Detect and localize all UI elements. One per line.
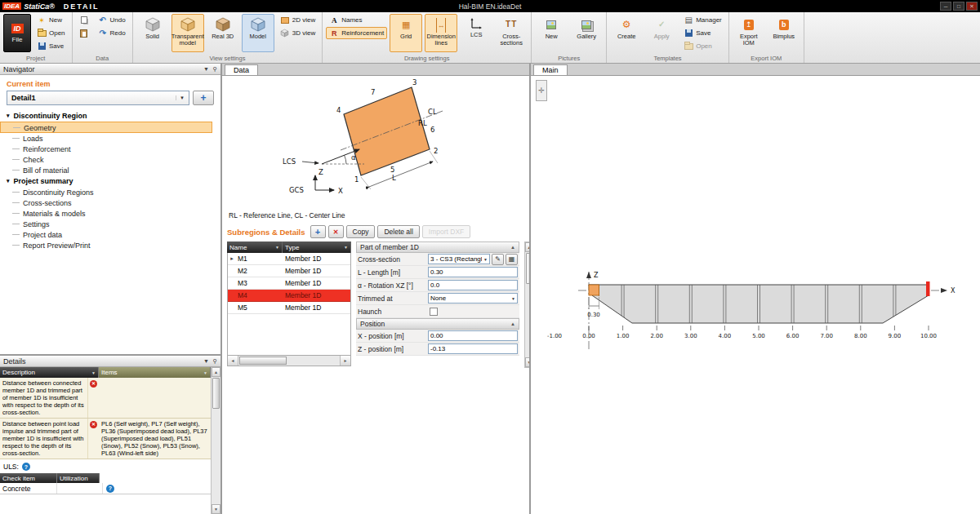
pin-icon[interactable]: ⚲: [213, 358, 217, 365]
collapse-icon[interactable]: ▼: [203, 66, 209, 72]
template-save-button[interactable]: Save: [680, 27, 725, 39]
scroll-thumb[interactable]: [526, 253, 529, 284]
section-part-of-member[interactable]: Part of member 1D ▲: [356, 241, 519, 253]
filter-icon[interactable]: ▼: [341, 245, 348, 250]
nav-item-materials-models[interactable]: Materials & models: [0, 208, 220, 219]
file-button[interactable]: ID File: [3, 14, 31, 52]
current-item-select[interactable]: Detail1 ▼: [7, 91, 189, 105]
tab-data[interactable]: Data: [225, 64, 258, 75]
cross-section-detail-button[interactable]: ▦: [506, 254, 518, 265]
copy-button[interactable]: Copy: [346, 225, 376, 238]
nav-item-report-preview-print[interactable]: Report Preview/Print: [0, 240, 220, 250]
column-header-name[interactable]: Name▼: [227, 241, 283, 253]
scroll-left-icon[interactable]: ◄: [228, 356, 238, 366]
nav-group-discontinuity-region[interactable]: ▾Discontinuity Region: [0, 110, 220, 122]
scroll-down-icon[interactable]: ▼: [525, 357, 529, 367]
length-input[interactable]: 0.30: [428, 267, 518, 277]
scroll-thumb[interactable]: [212, 378, 220, 409]
details-row[interactable]: Distance between point load impulse and …: [0, 419, 211, 459]
nav-item-settings[interactable]: Settings: [0, 219, 220, 229]
model-button[interactable]: Model: [242, 14, 274, 52]
edit-cross-section-button[interactable]: ✎: [492, 254, 504, 265]
dimension-lines-toggle[interactable]: ↔ Dimension lines: [425, 14, 457, 52]
rotation-input[interactable]: 0.0: [428, 280, 518, 290]
table-hscrollbar[interactable]: ◄ ►: [227, 356, 351, 366]
subregion-row-m2[interactable]: M2Member 1D: [228, 265, 350, 277]
tab-main[interactable]: Main: [533, 64, 568, 75]
real-3d-button[interactable]: Real 3D: [207, 14, 239, 52]
names-toggle[interactable]: ANames: [326, 14, 387, 26]
nav-item-project-data[interactable]: Project data: [0, 229, 220, 240]
nav-group-project-summary[interactable]: ▾Project summary: [0, 175, 220, 187]
add-detail-button[interactable]: +: [193, 91, 214, 105]
scroll-up-icon[interactable]: ▲: [212, 367, 220, 377]
close-button[interactable]: ✕: [966, 2, 978, 11]
scroll-thumb[interactable]: [239, 357, 287, 365]
create-template-button[interactable]: ⚙ Create: [610, 14, 643, 52]
trimmed-at-select[interactable]: None ▼: [428, 293, 518, 304]
haunch-checkbox[interactable]: [430, 308, 438, 316]
3d-view-button[interactable]: 3D view: [277, 27, 318, 39]
nav-item-cross-sections[interactable]: Cross-sections: [0, 197, 220, 208]
new-button[interactable]: ✶New: [33, 14, 69, 26]
details-row[interactable]: Distance between connected member 1D and…: [0, 378, 211, 419]
delete-all-button[interactable]: Delete all: [377, 225, 419, 238]
nav-item-bill-of-material[interactable]: Bill of material: [0, 165, 220, 175]
solid-button[interactable]: Solid: [136, 14, 169, 52]
apply-template-button[interactable]: ✓ Apply: [645, 14, 678, 52]
nav-item-discontinuity-regions[interactable]: Discontinuity Regions: [0, 187, 220, 197]
scroll-right-icon[interactable]: ►: [340, 356, 350, 366]
minimize-button[interactable]: ─: [940, 2, 951, 11]
nav-item-reinforcement[interactable]: Reinforcement: [0, 144, 220, 154]
redo-button[interactable]: ↷Redo: [95, 27, 129, 39]
pan-control[interactable]: ✛: [536, 80, 547, 101]
template-open-button[interactable]: Open: [680, 40, 725, 52]
import-dxf-button[interactable]: Import DXF: [422, 225, 470, 238]
scroll-up-icon[interactable]: ▲: [525, 242, 529, 252]
paste-data-button[interactable]: [76, 27, 92, 39]
cross-sections-toggle[interactable]: TT Cross-sections: [495, 14, 528, 52]
2d-view-button[interactable]: 2D view: [277, 14, 318, 26]
grid-toggle[interactable]: ▦ Grid: [390, 14, 422, 52]
maximize-button[interactable]: □: [953, 2, 964, 11]
help-icon[interactable]: ?: [22, 463, 30, 471]
pin-icon[interactable]: ⚲: [213, 66, 217, 73]
open-button[interactable]: Open: [33, 27, 69, 39]
undo-button[interactable]: ↶Undo: [95, 14, 129, 26]
nav-item-check[interactable]: Check: [0, 154, 220, 165]
bimplus-button[interactable]: b Bimplus: [768, 14, 800, 52]
reinforcement-toggle[interactable]: RReinforcement: [326, 27, 387, 39]
help-icon[interactable]: ?: [106, 485, 114, 493]
filter-icon[interactable]: ▼: [273, 245, 279, 250]
subregion-row-m3[interactable]: M3Member 1D: [228, 277, 350, 290]
check-column-item[interactable]: Check item: [0, 473, 57, 483]
collapse-icon[interactable]: ▼: [203, 358, 209, 364]
copy-data-button[interactable]: [76, 14, 92, 26]
nav-item-geometry[interactable]: Geometry: [0, 122, 212, 133]
subregion-row-m4[interactable]: M4Member 1D: [228, 290, 350, 302]
scroll-down-icon[interactable]: ▼: [212, 504, 220, 514]
filter-icon[interactable]: ▼: [201, 370, 207, 375]
details-vscrollbar[interactable]: ▲ ▼: [211, 367, 220, 514]
column-header-type[interactable]: Type▼: [283, 241, 351, 253]
details-column-description[interactable]: Description▼: [0, 367, 99, 378]
expander-icon[interactable]: ▾: [7, 178, 10, 184]
subregion-row-m1[interactable]: ▸M1Member 1D: [228, 253, 350, 265]
new-picture-button[interactable]: New: [535, 14, 568, 52]
transparent-model-button[interactable]: Transparent model: [172, 14, 204, 52]
check-column-utilization[interactable]: Utilization: [57, 473, 100, 483]
section-position[interactable]: Position ▲: [356, 318, 519, 330]
nav-item-loads[interactable]: Loads: [0, 133, 220, 144]
gallery-button[interactable]: Gallery: [570, 14, 603, 52]
expander-icon[interactable]: ▾: [7, 113, 10, 119]
main-drawing-canvas[interactable]: ✛ X Z: [531, 76, 980, 514]
add-subregion-button[interactable]: +: [310, 225, 326, 238]
save-button[interactable]: Save: [33, 40, 69, 52]
filter-icon[interactable]: ▼: [89, 370, 96, 375]
data-vscrollbar[interactable]: ▲ ▼: [524, 241, 529, 368]
template-manager-button[interactable]: ▤Manager: [680, 14, 725, 26]
z-position-input[interactable]: -0.13: [428, 343, 518, 354]
subregion-row-m5[interactable]: M5Member 1D: [228, 302, 350, 314]
delete-subregion-button[interactable]: ✕: [328, 225, 344, 238]
lcs-toggle[interactable]: LCS: [460, 14, 492, 52]
